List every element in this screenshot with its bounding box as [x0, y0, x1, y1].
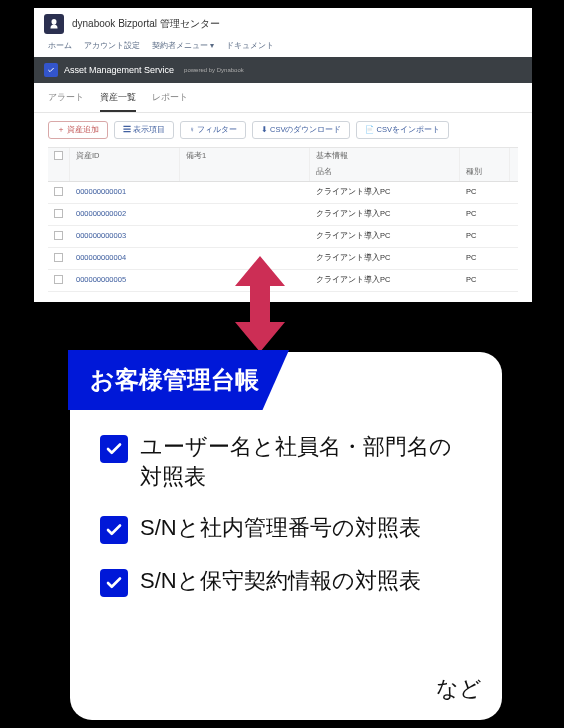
app-logo-icon [44, 14, 64, 34]
nav-document[interactable]: ドキュメント [226, 40, 274, 51]
cell-product-name: クライアント導入PC [310, 204, 460, 225]
tab-report[interactable]: レポート [152, 91, 188, 112]
th-checkbox [48, 148, 70, 165]
th-product-name[interactable]: 品名 [310, 165, 460, 181]
tabs: アラート 資産一覧 レポート [34, 83, 532, 113]
cell-product-name: クライアント導入PC [310, 248, 460, 269]
app-header: dynabook Bizportal 管理センター [34, 8, 532, 36]
table-row[interactable]: 000000000002クライアント導入PCPC [48, 204, 518, 226]
cell-asset-id[interactable]: 000000000001 [70, 182, 180, 203]
ledger-item-text: S/Nと社内管理番号の対照表 [140, 513, 421, 543]
table-row[interactable]: 000000000001クライアント導入PCPC [48, 182, 518, 204]
table-row[interactable]: 000000000003クライアント導入PCPC [48, 226, 518, 248]
nav-account[interactable]: アカウント設定 [84, 40, 140, 51]
ledger-etc: など [436, 674, 482, 704]
tab-assets[interactable]: 資産一覧 [100, 91, 136, 112]
th-remark[interactable]: 備考1 [180, 148, 310, 165]
cell-type: PC [460, 182, 510, 203]
select-all-checkbox[interactable] [54, 151, 63, 160]
cell-asset-id[interactable]: 000000000005 [70, 270, 180, 291]
row-checkbox[interactable] [54, 275, 63, 284]
ledger-panel: お客様管理台帳 ユーザー名と社員名・部門名の対照表S/Nと社内管理番号の対照表S… [70, 352, 502, 720]
sync-arrow-icon [230, 256, 290, 352]
th-type[interactable]: 種別 [460, 165, 510, 181]
row-checkbox[interactable] [54, 231, 63, 240]
cell-product-name: クライアント導入PC [310, 226, 460, 247]
nav-contract-menu[interactable]: 契約者メニュー ▾ [152, 40, 214, 51]
service-badge-icon [44, 63, 58, 77]
csv-download-button[interactable]: ⬇ CSVのダウンロード [252, 121, 351, 139]
check-icon [100, 569, 128, 597]
cell-remark [180, 182, 310, 203]
tab-alert[interactable]: アラート [48, 91, 84, 112]
cell-asset-id[interactable]: 000000000004 [70, 248, 180, 269]
toolbar: ＋ 資産追加 ☰ 表示項目 ♀ フィルター ⬇ CSVのダウンロード 📄 CSV… [34, 113, 532, 147]
cell-type: PC [460, 204, 510, 225]
table-header-row1: 資産ID 備考1 基本情報 [48, 148, 518, 165]
service-bar: Asset Management Service powered by Dyna… [34, 57, 532, 83]
check-icon [100, 516, 128, 544]
add-asset-button[interactable]: ＋ 資産追加 [48, 121, 108, 139]
row-checkbox[interactable] [54, 253, 63, 262]
ledger-item: S/Nと社内管理番号の対照表 [100, 513, 472, 544]
app-title: dynabook Bizportal 管理センター [72, 17, 220, 31]
top-nav: ホーム アカウント設定 契約者メニュー ▾ ドキュメント [34, 36, 532, 57]
cell-type: PC [460, 226, 510, 247]
table-header-row2: 品名 種別 [48, 165, 518, 182]
nav-home[interactable]: ホーム [48, 40, 72, 51]
svg-marker-0 [235, 256, 285, 352]
powered-by: powered by Dynabook [184, 67, 244, 73]
filter-button[interactable]: ♀ フィルター [180, 121, 246, 139]
cell-remark [180, 226, 310, 247]
cell-product-name: クライアント導入PC [310, 270, 460, 291]
cell-asset-id[interactable]: 000000000002 [70, 204, 180, 225]
check-icon [100, 435, 128, 463]
th-basic: 基本情報 [310, 148, 460, 165]
ledger-list: ユーザー名と社員名・部門名の対照表S/Nと社内管理番号の対照表S/Nと保守契約情… [100, 432, 472, 619]
columns-button[interactable]: ☰ 表示項目 [114, 121, 174, 139]
th-empty [460, 148, 510, 165]
cell-type: PC [460, 270, 510, 291]
ledger-item: ユーザー名と社員名・部門名の対照表 [100, 432, 472, 491]
csv-import-button[interactable]: 📄 CSVをインポート [356, 121, 449, 139]
cell-remark [180, 204, 310, 225]
ledger-item-text: S/Nと保守契約情報の対照表 [140, 566, 421, 596]
ledger-item-text: ユーザー名と社員名・部門名の対照表 [140, 432, 472, 491]
cell-product-name: クライアント導入PC [310, 182, 460, 203]
row-checkbox[interactable] [54, 187, 63, 196]
ledger-title: お客様管理台帳 [68, 350, 289, 410]
cell-asset-id[interactable]: 000000000003 [70, 226, 180, 247]
service-title: Asset Management Service [64, 65, 174, 75]
row-checkbox[interactable] [54, 209, 63, 218]
th-asset-id[interactable]: 資産ID [70, 148, 180, 165]
ledger-item: S/Nと保守契約情報の対照表 [100, 566, 472, 597]
cell-type: PC [460, 248, 510, 269]
